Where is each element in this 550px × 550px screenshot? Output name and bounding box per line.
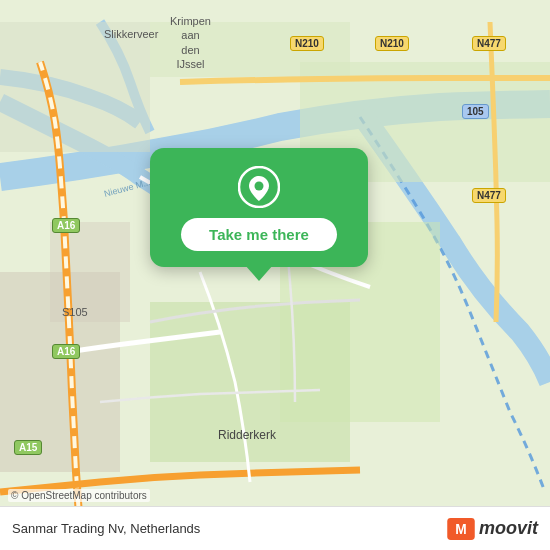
road-badge-a15: A15 (14, 440, 42, 455)
location-name-label: Sanmar Trading Nv, Netherlands (12, 521, 200, 536)
road-badge-n210-1: N210 (290, 36, 324, 51)
map-background: Nieuwe M... (0, 0, 550, 550)
location-popup: Take me there (150, 148, 368, 267)
svg-point-11 (255, 182, 264, 191)
map-container: Nieuwe M... N210 N210 N477 N477 A16 A16 … (0, 0, 550, 550)
svg-rect-7 (0, 22, 150, 152)
moovit-brand-name: moovit (479, 518, 538, 539)
moovit-brand-icon: M (447, 518, 475, 540)
location-pin-icon (238, 166, 280, 208)
road-badge-105: 105 (462, 104, 489, 119)
road-badge-a16-1: A16 (52, 218, 80, 233)
svg-text:M: M (455, 521, 466, 536)
road-badge-a16-2: A16 (52, 344, 80, 359)
take-me-there-button[interactable]: Take me there (181, 218, 337, 251)
road-badge-n477-2: N477 (472, 188, 506, 203)
road-badge-n477-1: N477 (472, 36, 506, 51)
map-attribution: © OpenStreetMap contributors (8, 489, 150, 502)
road-badge-n210-2: N210 (375, 36, 409, 51)
moovit-logo: M moovit (447, 518, 538, 540)
bottom-bar: Sanmar Trading Nv, Netherlands M moovit (0, 506, 550, 550)
